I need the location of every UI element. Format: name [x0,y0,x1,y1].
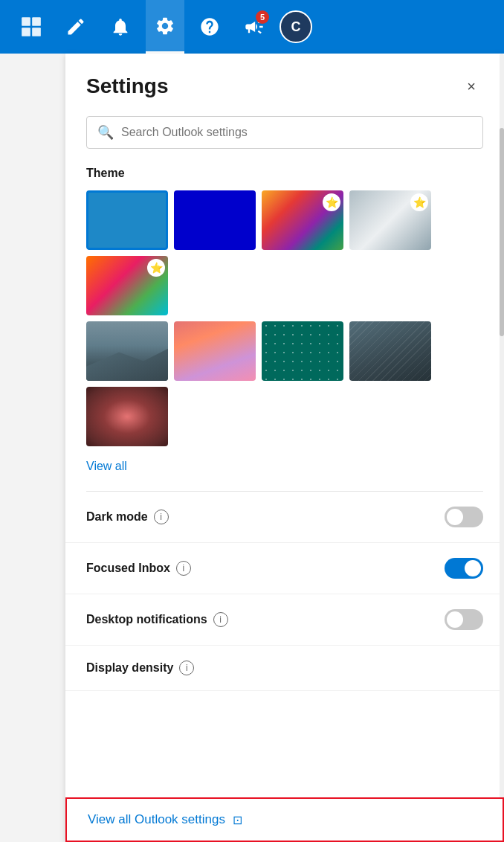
theme-item-mountain[interactable] [86,321,168,381]
view-all-outlook-settings-link[interactable]: View all Outlook settings ⊡ [65,797,504,842]
bell-icon[interactable] [101,0,140,54]
svg-rect-2 [22,28,30,36]
theme-grid: ⭐ ⭐ ⭐ [65,190,504,315]
focused-inbox-label: Focused Inbox i [86,561,445,576]
desktop-notifications-label: Desktop notifications i [86,612,445,627]
theme-item-darkblue[interactable] [174,190,256,250]
focused-inbox-toggle[interactable] [445,558,483,579]
settings-panel: Settings × 🔍 Theme ⭐ [65,54,504,842]
theme-section-label: Theme [65,167,504,180]
search-box[interactable]: 🔍 [86,116,483,149]
focused-inbox-info-icon[interactable]: i [176,561,191,576]
settings-title: Settings [86,74,168,98]
theme-item-colorful[interactable]: ⭐ [86,256,168,315]
toggle-knob [465,560,481,576]
svg-rect-1 [32,17,41,26]
dark-mode-row: Dark mode i [65,492,504,543]
dark-mode-label: Dark mode i [86,510,445,524]
theme-star-badge: ⭐ [147,259,165,277]
scrollbar-thumb[interactable] [500,128,504,336]
scrollbar[interactable] [500,54,504,842]
sidebar-strip [0,54,33,842]
svg-rect-0 [22,17,30,26]
edit-icon[interactable] [56,0,95,54]
external-link-icon: ⊡ [233,813,242,827]
toggle-knob [447,611,463,628]
megaphone-icon[interactable]: 5 [235,0,274,54]
search-icon: 🔍 [97,124,114,141]
svg-rect-3 [32,28,41,36]
desktop-notifications-row: Desktop notifications i [65,594,504,646]
desktop-notifications-info-icon[interactable]: i [213,612,228,627]
display-density-info-icon[interactable]: i [179,661,194,675]
close-button[interactable]: × [459,74,483,98]
theme-star-badge: ⭐ [323,193,340,211]
theme-item-circuit[interactable] [262,321,343,381]
avatar[interactable]: C [280,10,312,43]
view-all-themes-link[interactable]: View all [65,452,148,491]
search-input[interactable] [121,126,472,139]
theme-grid-row2 [65,321,504,446]
topbar: 5 C [0,0,504,54]
dark-mode-info-icon[interactable]: i [154,510,169,524]
theme-item-sunset[interactable] [174,321,256,381]
toggle-knob [447,509,463,525]
theme-item-blue[interactable] [86,190,168,250]
notification-count: 5 [256,10,269,24]
desktop-notifications-toggle[interactable] [445,609,483,630]
theme-item-silver[interactable]: ⭐ [349,190,431,250]
theme-star-badge: ⭐ [410,193,428,211]
settings-header: Settings × [65,54,504,110]
dark-mode-toggle[interactable] [445,507,483,527]
display-density-row: Display density i [65,646,504,691]
focused-inbox-row: Focused Inbox i [65,543,504,594]
outlook-icon[interactable] [12,0,51,54]
theme-item-denim[interactable] [349,321,431,381]
theme-item-rainbow[interactable]: ⭐ [262,190,343,250]
theme-item-glare[interactable] [86,387,168,446]
footer-link-text: View all Outlook settings [88,812,225,827]
help-icon[interactable] [190,0,229,54]
display-density-label: Display density i [86,661,483,675]
settings-icon[interactable] [146,0,184,54]
